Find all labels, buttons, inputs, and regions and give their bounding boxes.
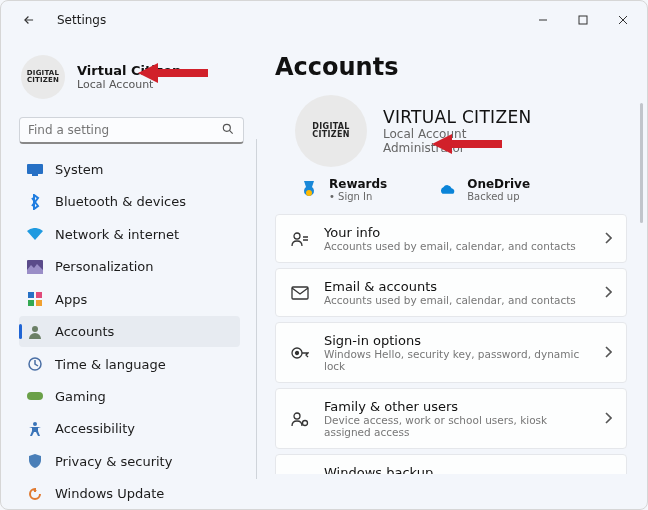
chevron-right-icon — [604, 409, 612, 428]
svg-point-22 — [294, 413, 300, 419]
sidebar-item-system[interactable]: System — [19, 154, 240, 184]
main-panel: Accounts DIGITAL CITIZEN VIRTUAL CITIZEN… — [257, 39, 647, 509]
card-title: Email & accounts — [324, 279, 576, 294]
minimize-button[interactable] — [523, 5, 563, 35]
svg-point-18 — [294, 233, 300, 239]
sidebar-item-label: Network & internet — [55, 227, 179, 242]
sidebar-item-label: Personalization — [55, 259, 154, 274]
account-hero: DIGITAL CITIZEN VIRTUAL CITIZEN Local Ac… — [295, 95, 631, 167]
sidebar-item-label: Time & language — [55, 357, 166, 372]
card-icon — [290, 229, 310, 249]
sidebar-item-label: Accounts — [55, 324, 114, 339]
search-box[interactable] — [19, 117, 244, 144]
settings-card[interactable]: Your infoAccounts used by email, calenda… — [275, 214, 627, 263]
hero-line1: Local Account — [383, 127, 531, 141]
sidebar-item-time[interactable]: Time & language — [19, 349, 240, 379]
card-title: Your info — [324, 225, 576, 240]
sidebar-item-label: Privacy & security — [55, 454, 172, 469]
card-sub: Windows Hello, security key, password, d… — [324, 348, 590, 372]
sidebar-item-bluetooth[interactable]: Bluetooth & devices — [19, 187, 240, 217]
svg-rect-6 — [27, 164, 43, 174]
apps-icon — [27, 291, 43, 307]
settings-card[interactable]: Email & accountsAccounts used by email, … — [275, 268, 627, 317]
sidebar-item-label: Bluetooth & devices — [55, 194, 186, 209]
sidebar-item-privacy[interactable]: Privacy & security — [19, 446, 240, 476]
sidebar-item-accessibility[interactable]: Accessibility — [19, 414, 240, 444]
settings-cards: Your infoAccounts used by email, calenda… — [275, 214, 631, 474]
svg-point-17 — [306, 190, 312, 196]
svg-line-5 — [229, 130, 232, 133]
settings-card[interactable]: Sign-in optionsWindows Hello, security k… — [275, 322, 627, 383]
bluetooth-icon — [27, 194, 43, 210]
svg-rect-11 — [28, 300, 34, 306]
close-button[interactable] — [603, 5, 643, 35]
onedrive-icon — [437, 180, 457, 200]
sidebar: DIGITAL CITIZEN Virtual Citizen Local Ac… — [1, 39, 256, 509]
time-icon — [27, 356, 43, 372]
svg-point-16 — [33, 422, 37, 426]
svg-rect-1 — [579, 16, 587, 24]
sidebar-item-update[interactable]: Windows Update — [19, 479, 240, 509]
avatar: DIGITAL CITIZEN — [295, 95, 367, 167]
onedrive-tile[interactable]: OneDrive Backed up — [437, 177, 530, 202]
sidebar-item-gaming[interactable]: Gaming — [19, 381, 240, 411]
card-title: Windows backup — [324, 465, 590, 474]
svg-point-4 — [223, 124, 230, 131]
svg-rect-19 — [292, 287, 308, 299]
accounts-icon — [27, 324, 43, 340]
chevron-right-icon — [604, 283, 612, 302]
card-icon — [290, 283, 310, 303]
sidebar-item-apps[interactable]: Apps — [19, 284, 240, 314]
window-title: Settings — [57, 13, 106, 27]
gaming-icon — [27, 388, 43, 404]
sidebar-profile[interactable]: DIGITAL CITIZEN Virtual Citizen Local Ac… — [19, 47, 246, 111]
svg-point-13 — [32, 326, 38, 332]
rewards-tile[interactable]: Rewards • Sign In — [299, 177, 387, 202]
svg-point-21 — [296, 351, 299, 354]
card-title: Family & other users — [324, 399, 590, 414]
scrollbar[interactable] — [640, 103, 643, 223]
rewards-icon — [299, 180, 319, 200]
sidebar-item-label: System — [55, 162, 103, 177]
svg-rect-9 — [28, 292, 34, 298]
page-title: Accounts — [275, 53, 631, 81]
personalize-icon — [27, 259, 43, 275]
hero-name: VIRTUAL CITIZEN — [383, 107, 531, 127]
sidebar-item-accounts[interactable]: Accounts — [19, 316, 240, 346]
card-sub: Accounts used by email, calendar, and co… — [324, 240, 576, 252]
search-input[interactable] — [28, 123, 221, 137]
settings-card[interactable]: Windows backupBack up your files, apps, … — [275, 454, 627, 474]
update-icon — [27, 486, 43, 502]
avatar: DIGITAL CITIZEN — [21, 55, 65, 99]
svg-rect-15 — [27, 392, 43, 400]
card-sub: Device access, work or school users, kio… — [324, 414, 590, 438]
card-sub: Accounts used by email, calendar, and co… — [324, 294, 576, 306]
system-icon — [27, 162, 43, 178]
sidebar-item-wifi[interactable]: Network & internet — [19, 219, 240, 249]
sidebar-item-label: Gaming — [55, 389, 106, 404]
profile-sub: Local Account — [77, 78, 181, 91]
wifi-icon — [27, 226, 43, 242]
sidebar-item-label: Accessibility — [55, 421, 135, 436]
profile-name: Virtual Citizen — [77, 63, 181, 78]
svg-rect-12 — [36, 300, 42, 306]
card-icon — [290, 409, 310, 429]
chevron-right-icon — [604, 343, 612, 362]
nav-list: SystemBluetooth & devicesNetwork & inter… — [19, 154, 246, 509]
card-icon — [290, 343, 310, 363]
sidebar-item-personalize[interactable]: Personalization — [19, 252, 240, 282]
hero-line2: Administrator — [383, 141, 531, 155]
search-icon — [221, 121, 235, 140]
settings-card[interactable]: Family & other usersDevice access, work … — [275, 388, 627, 449]
sidebar-item-label: Windows Update — [55, 486, 164, 501]
card-title: Sign-in options — [324, 333, 590, 348]
back-button[interactable] — [15, 6, 43, 34]
svg-point-23 — [303, 420, 308, 425]
privacy-icon — [27, 453, 43, 469]
svg-rect-7 — [32, 174, 38, 176]
quick-links: Rewards • Sign In OneDrive Backed up — [299, 177, 631, 202]
maximize-button[interactable] — [563, 5, 603, 35]
chevron-right-icon — [604, 229, 612, 248]
svg-rect-10 — [36, 292, 42, 298]
accessibility-icon — [27, 421, 43, 437]
